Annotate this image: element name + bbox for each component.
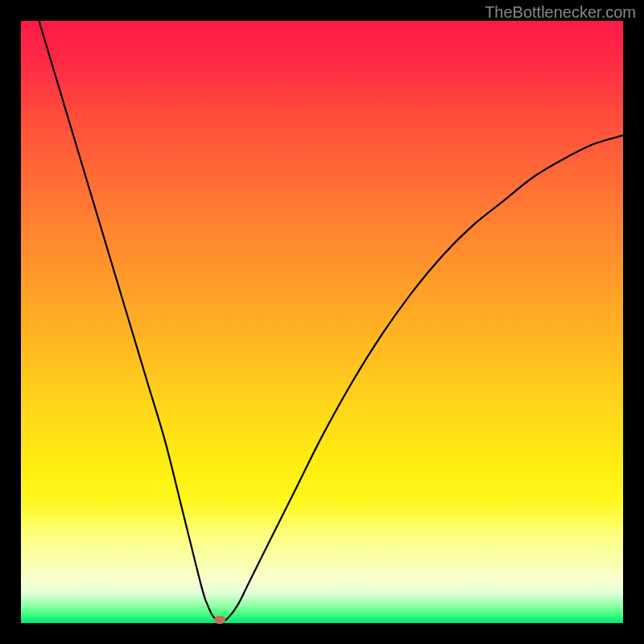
bottleneck-curve-path [39, 21, 623, 621]
optimal-point-marker [214, 616, 225, 624]
bottleneck-curve-svg [21, 21, 623, 623]
watermark-text: TheBottlenecker.com [485, 3, 636, 22]
